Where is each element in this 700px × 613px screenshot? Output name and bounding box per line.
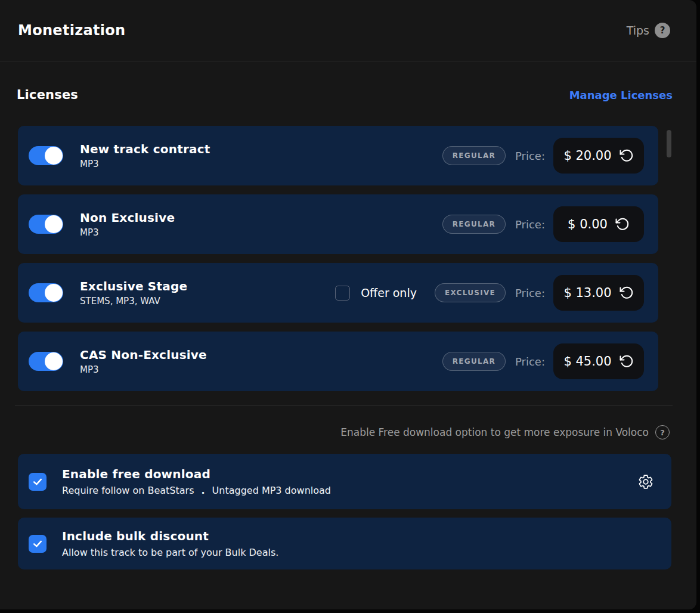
voloco-hint-text: Enable Free download option to get more … bbox=[340, 426, 649, 438]
bulk-discount-text: Include bulk discount Allow this track t… bbox=[62, 529, 278, 558]
toggle-knob bbox=[45, 284, 63, 302]
reset-price-icon[interactable] bbox=[620, 148, 634, 163]
license-formats: MP3 bbox=[80, 227, 175, 238]
price-label: Price: bbox=[515, 218, 545, 231]
price-button[interactable]: $ 13.00 bbox=[553, 275, 644, 311]
license-text: New track contract MP3 bbox=[80, 142, 210, 169]
license-toggle[interactable] bbox=[29, 146, 63, 165]
free-download-settings-button[interactable] bbox=[638, 474, 653, 490]
price-button[interactable]: $ 45.00 bbox=[553, 343, 644, 379]
section-divider bbox=[15, 405, 673, 406]
license-formats: STEMS, MP3, WAV bbox=[80, 296, 187, 306]
price-label: Price: bbox=[515, 287, 545, 299]
tips-help-icon[interactable]: ? bbox=[655, 23, 670, 38]
license-toggle[interactable] bbox=[29, 215, 63, 234]
monetization-panel: Monetization Tips ? Licenses Manage Lice… bbox=[0, 0, 696, 609]
license-type-badge: REGULAR bbox=[442, 146, 506, 165]
licenses-section-header: Licenses Manage Licenses bbox=[0, 88, 696, 102]
license-text: Exclusive Stage STEMS, MP3, WAV bbox=[80, 279, 187, 306]
price-value: $ 0.00 bbox=[568, 217, 608, 231]
toggle-knob bbox=[45, 215, 63, 233]
price-button[interactable]: $ 0.00 bbox=[553, 206, 644, 242]
toggle-knob bbox=[45, 352, 63, 370]
bulk-discount-subtitle: Allow this track to be part of your Bulk… bbox=[62, 547, 278, 558]
reset-price-icon[interactable] bbox=[620, 286, 634, 300]
license-formats: MP3 bbox=[80, 159, 210, 169]
license-row-new-track-contract: New track contract MP3 REGULAR Price: $ … bbox=[18, 126, 658, 185]
license-name: Exclusive Stage bbox=[80, 279, 187, 293]
license-row-cas-non-exclusive: CAS Non-Exclusive MP3 REGULAR Price: $ 4… bbox=[18, 332, 658, 391]
license-toggle[interactable] bbox=[29, 283, 63, 302]
reset-price-icon[interactable] bbox=[620, 354, 634, 369]
checkmark-icon bbox=[32, 538, 44, 550]
offer-only-label: Offer only bbox=[361, 286, 417, 299]
tips-button[interactable]: Tips ? bbox=[627, 23, 670, 38]
free-download-subtitle-left: Require follow on BeatStars bbox=[62, 485, 194, 496]
enable-free-download-card: Enable free download Require follow on B… bbox=[18, 454, 671, 509]
licenses-title: Licenses bbox=[17, 88, 78, 102]
price-button[interactable]: $ 20.00 bbox=[553, 138, 644, 174]
free-download-subtitle-right: Untagged MP3 download bbox=[212, 485, 331, 496]
price-value: $ 20.00 bbox=[563, 148, 611, 163]
header: Monetization Tips ? bbox=[0, 0, 696, 61]
free-download-subtitle: Require follow on BeatStars . Untagged M… bbox=[62, 485, 331, 496]
voloco-help-icon[interactable]: ? bbox=[655, 425, 670, 439]
page-title: Monetization bbox=[18, 22, 125, 39]
license-name: New track contract bbox=[80, 142, 210, 156]
reset-price-icon[interactable] bbox=[615, 217, 630, 231]
free-download-checkbox[interactable] bbox=[29, 473, 47, 491]
license-name: Non Exclusive bbox=[80, 210, 175, 225]
voloco-hint-row: Enable Free download option to get more … bbox=[0, 425, 696, 439]
include-bulk-discount-card: Include bulk discount Allow this track t… bbox=[18, 518, 671, 569]
license-toggle[interactable] bbox=[29, 352, 63, 371]
free-download-title: Enable free download bbox=[62, 467, 331, 481]
manage-licenses-link[interactable]: Manage Licenses bbox=[569, 89, 673, 101]
tips-label: Tips bbox=[627, 24, 649, 37]
bulk-discount-checkbox[interactable] bbox=[29, 535, 47, 553]
gear-icon bbox=[638, 474, 653, 490]
license-type-badge: REGULAR bbox=[442, 352, 506, 371]
subtitle-separator: . bbox=[201, 485, 205, 496]
bulk-discount-title: Include bulk discount bbox=[62, 529, 278, 543]
license-name: CAS Non-Exclusive bbox=[80, 348, 207, 362]
license-text: Non Exclusive MP3 bbox=[80, 210, 175, 238]
offer-only-checkbox[interactable] bbox=[335, 286, 350, 301]
license-type-badge: EXCLUSIVE bbox=[435, 283, 506, 302]
free-download-text: Enable free download Require follow on B… bbox=[62, 467, 331, 496]
price-label: Price: bbox=[515, 355, 545, 368]
license-text: CAS Non-Exclusive MP3 bbox=[80, 348, 207, 375]
license-formats: MP3 bbox=[80, 364, 207, 375]
toggle-knob bbox=[45, 147, 63, 165]
offer-only-group: Offer only bbox=[335, 286, 417, 301]
price-label: Price: bbox=[515, 150, 545, 162]
price-value: $ 13.00 bbox=[563, 286, 611, 300]
price-value: $ 45.00 bbox=[563, 354, 611, 369]
license-type-badge: REGULAR bbox=[442, 215, 506, 234]
license-row-non-exclusive: Non Exclusive MP3 REGULAR Price: $ 0.00 bbox=[18, 194, 658, 254]
scrollbar-thumb[interactable] bbox=[667, 130, 671, 157]
license-row-exclusive-stage: Exclusive Stage STEMS, MP3, WAV Offer on… bbox=[18, 263, 658, 323]
license-list: New track contract MP3 REGULAR Price: $ … bbox=[18, 126, 658, 391]
checkmark-icon bbox=[32, 476, 44, 488]
